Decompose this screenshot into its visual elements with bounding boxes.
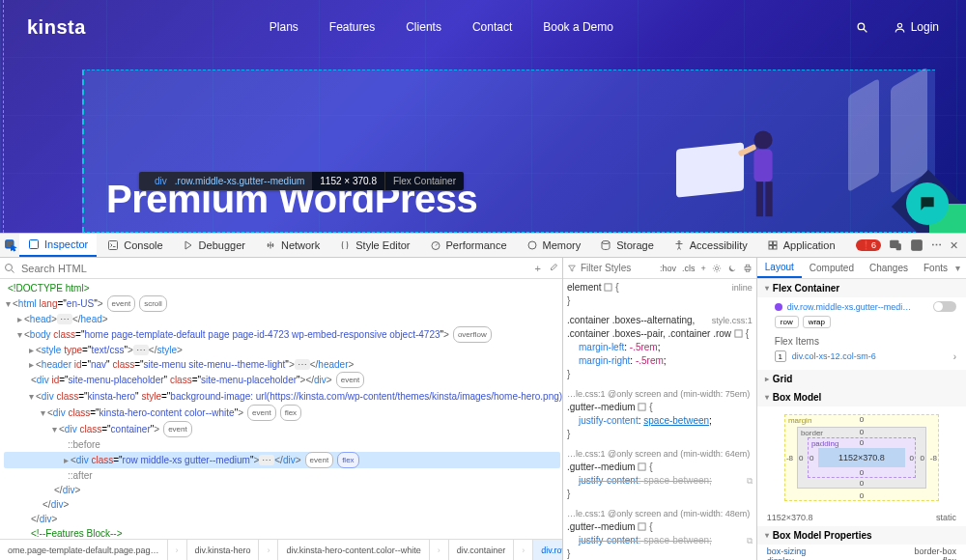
svg-line-24 [12, 270, 14, 273]
box-model-section[interactable]: Box Model [757, 388, 966, 406]
tab-fonts[interactable]: Fonts [916, 258, 955, 278]
tab-computed[interactable]: Computed [802, 258, 862, 278]
flex-container-section[interactable]: Flex Container [757, 279, 966, 297]
svg-rect-32 [639, 463, 645, 470]
html-search-input[interactable] [21, 263, 524, 274]
flex-row-button[interactable]: row [775, 316, 799, 328]
html-panel: + <!DOCTYPE html> ▾<html lang="en-US">ev… [0, 258, 563, 560]
grid-section[interactable]: Grid [757, 370, 966, 388]
svg-rect-29 [605, 284, 611, 291]
dark-mode-icon[interactable] [727, 264, 737, 273]
svg-rect-4 [753, 150, 772, 182]
search-icon[interactable] [4, 263, 15, 274]
svg-rect-28 [746, 268, 749, 271]
more-menu-icon[interactable]: ⋯ [931, 239, 942, 252]
svg-point-3 [753, 130, 772, 149]
svg-point-2 [897, 23, 901, 27]
styles-panel: :hov .cls + inlineelement {} style.css:1… [563, 258, 757, 560]
tab-storage[interactable]: Storage [591, 234, 663, 257]
breadcrumb[interactable]: ome.page-template-default.page.pag… › di… [0, 539, 562, 560]
svg-rect-17 [769, 246, 773, 250]
site-logo[interactable]: kinsta [27, 16, 86, 39]
pick-element-icon[interactable] [4, 238, 17, 252]
flex-container-item[interactable]: div.row.middle-xs.gutter--medi… [775, 301, 956, 312]
crumb-container[interactable]: div.container [448, 540, 513, 560]
element-tooltip: divdiv.row.middle-xs.gutter--medium.row.… [139, 172, 464, 190]
nav-plans[interactable]: Plans [270, 20, 298, 34]
crumb-row[interactable]: div.row.middle-xs.gutter--medium [532, 540, 562, 560]
tab-performance[interactable]: Performance [421, 234, 516, 257]
nav-clients[interactable]: Clients [406, 20, 441, 34]
svg-rect-16 [773, 241, 777, 245]
filter-styles-input[interactable] [581, 263, 650, 273]
svg-point-13 [602, 241, 610, 244]
svg-rect-30 [735, 330, 742, 337]
hov-toggle[interactable]: :hov [660, 264, 676, 273]
add-element-icon[interactable]: + [535, 263, 541, 274]
site-nav: kinsta Plans Features Clients Contact Bo… [0, 0, 966, 54]
print-icon[interactable] [743, 264, 753, 273]
nav-book-demo[interactable]: Book a Demo [543, 20, 613, 34]
box-model-diagram[interactable]: margin 0-80-8 border 0000 padding 0000 1… [784, 414, 939, 501]
chat-widget[interactable] [906, 182, 949, 225]
svg-rect-33 [639, 523, 645, 530]
tab-layout[interactable]: Layout [757, 258, 802, 278]
svg-rect-20 [896, 244, 900, 250]
layout-panel: Layout Computed Changes Fonts ▾ Flex Con… [757, 258, 966, 560]
page-preview: kinsta Plans Features Clients Contact Bo… [0, 0, 966, 233]
crumb-hero[interactable]: div.kinsta-hero [186, 540, 259, 560]
svg-line-1 [864, 29, 867, 32]
tab-accessibility[interactable]: Accessibility [665, 234, 756, 257]
svg-rect-18 [773, 246, 777, 250]
tab-style-editor[interactable]: Style Editor [330, 234, 418, 257]
bmp-section[interactable]: Box Model Properties [757, 526, 966, 545]
dock-side-icon[interactable] [910, 238, 923, 252]
eyedropper-icon[interactable] [547, 263, 558, 274]
svg-rect-15 [769, 241, 773, 245]
light-mode-icon[interactable] [712, 264, 722, 273]
svg-point-25 [715, 266, 718, 269]
svg-rect-5 [756, 182, 763, 216]
tab-changes[interactable]: Changes [862, 258, 916, 278]
flex-item-row[interactable]: 1 div.col-xs-12.col-sm-6 › [775, 350, 956, 362]
crumb-content[interactable]: div.kinsta-hero-content.color--white [277, 540, 428, 560]
svg-point-14 [678, 241, 680, 243]
svg-rect-21 [912, 240, 923, 251]
svg-rect-9 [30, 240, 39, 249]
svg-rect-27 [746, 265, 749, 266]
svg-rect-6 [765, 182, 772, 216]
tab-inspector[interactable]: Inspector [19, 234, 97, 257]
tab-memory[interactable]: Memory [518, 234, 590, 257]
filter-icon[interactable] [567, 264, 577, 273]
search-icon[interactable] [856, 21, 868, 34]
svg-point-23 [6, 264, 13, 270]
svg-rect-31 [639, 404, 645, 410]
devtools-tabbar: Inspector Console Debugger Network Style… [0, 233, 966, 258]
svg-rect-10 [109, 241, 118, 250]
overlay-toggle[interactable] [933, 301, 956, 312]
tab-network[interactable]: Network [256, 234, 328, 257]
close-devtools-icon[interactable]: ✕ [950, 239, 958, 252]
responsive-mode-icon[interactable] [889, 238, 902, 252]
cls-toggle[interactable]: .cls [682, 264, 696, 273]
tab-console[interactable]: Console [99, 234, 171, 257]
nav-features[interactable]: Features [329, 20, 375, 34]
tab-debugger[interactable]: Debugger [174, 234, 254, 257]
login-link[interactable]: Login [894, 20, 939, 34]
nav-contact[interactable]: Contact [472, 20, 512, 34]
error-count-badge[interactable]: ❗6 [856, 239, 881, 251]
hero-illustration-person [705, 117, 821, 233]
dom-tree[interactable]: <!DOCTYPE html> ▾<html lang="en-US">even… [0, 279, 562, 539]
svg-point-12 [528, 241, 536, 249]
crumb-body[interactable]: ome.page-template-default.page.pag… [0, 540, 167, 560]
css-rules[interactable]: inlineelement {} style.css:1.container .… [563, 279, 756, 560]
tab-application[interactable]: Application [758, 234, 844, 257]
flex-wrap-button[interactable]: wrap [803, 316, 831, 328]
svg-point-0 [858, 23, 865, 30]
new-rule-icon[interactable]: + [701, 264, 706, 273]
